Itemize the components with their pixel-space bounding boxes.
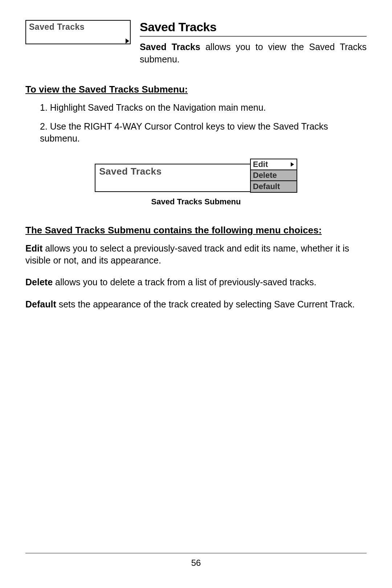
svg-marker-1 xyxy=(291,162,294,167)
submenu-list: Edit Delete Default xyxy=(250,159,297,193)
footer-divider xyxy=(25,553,367,554)
para-bold: Edit xyxy=(25,243,42,253)
submenu-figure: Saved Tracks Edit Delete Default xyxy=(25,159,367,193)
section-submenu-choices-heading: The Saved Tracks Submenu contains the fo… xyxy=(25,225,367,236)
figure-caption: Saved Tracks Submenu xyxy=(25,197,367,207)
intro-bold: Saved Tracks xyxy=(140,42,200,52)
right-arrow-icon xyxy=(290,162,294,167)
page-title: Saved Tracks xyxy=(140,20,367,37)
footer: 56 xyxy=(25,553,367,568)
submenu-main-label: Saved Tracks xyxy=(95,164,250,179)
top-menu-box: Saved Tracks xyxy=(25,20,131,44)
para-bold: Default xyxy=(25,299,56,309)
submenu-item-default: Default xyxy=(251,181,297,192)
para-bold: Delete xyxy=(25,277,53,287)
para-edit: Edit allows you to select a previously-s… xyxy=(25,242,367,266)
para-rest: sets the appearance of the track created… xyxy=(56,299,355,309)
page-number: 56 xyxy=(25,558,367,568)
para-default: Default sets the appearance of the track… xyxy=(25,298,367,310)
top-menu-box-label: Saved Tracks xyxy=(26,21,130,33)
para-rest: allows you to select a previously-saved … xyxy=(25,243,349,265)
step-2: 2. Use the RIGHT 4-WAY Cursor Control ke… xyxy=(40,121,367,144)
submenu-item-label: Default xyxy=(253,182,280,191)
intro-paragraph: Saved Tracks allows you to view the Save… xyxy=(140,41,367,66)
submenu-item-delete: Delete xyxy=(251,170,297,181)
para-delete: Delete allows you to delete a track from… xyxy=(25,276,367,288)
submenu-main-box: Saved Tracks xyxy=(95,164,251,192)
submenu-item-label: Delete xyxy=(253,171,277,180)
svg-marker-0 xyxy=(126,38,129,44)
para-rest: allows you to delete a track from a list… xyxy=(53,277,317,287)
submenu-item-edit: Edit xyxy=(251,159,297,170)
section-to-view-heading: To view the Saved Tracks Submenu: xyxy=(25,84,367,95)
right-arrow-icon xyxy=(124,38,131,44)
submenu-item-label: Edit xyxy=(253,160,268,169)
step-1: 1. Highlight Saved Tracks on the Navigat… xyxy=(40,102,367,114)
